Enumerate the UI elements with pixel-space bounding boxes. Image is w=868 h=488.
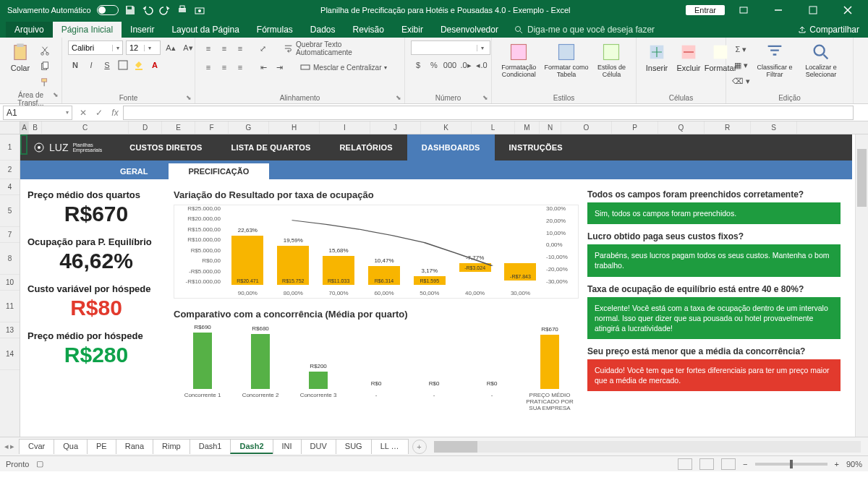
tab-home[interactable]: Página Inicial	[53, 22, 122, 38]
sheet-tab[interactable]: Qua	[54, 439, 88, 454]
fill-color-icon[interactable]	[132, 58, 146, 72]
subtab-precificacao[interactable]: PRECIFICAÇÃO	[169, 163, 270, 179]
enter-formula-icon[interactable]: ✓	[91, 108, 107, 118]
name-box[interactable]: A1▾	[3, 106, 72, 120]
col-header[interactable]: H	[269, 121, 320, 134]
col-header[interactable]: J	[370, 121, 421, 134]
print-icon[interactable]	[176, 4, 188, 16]
cancel-formula-icon[interactable]: ✕	[75, 108, 91, 118]
sheet-nav-next-icon[interactable]: ▸	[10, 442, 14, 451]
increase-decimal-icon[interactable]: .0▸	[459, 58, 473, 72]
italic-icon[interactable]: I	[84, 58, 98, 72]
nav-custos[interactable]: CUSTOS DIRETOS	[115, 134, 216, 160]
row-header[interactable]: 14	[0, 338, 20, 370]
horizontal-scrollbar[interactable]	[434, 441, 861, 453]
view-page-layout-icon[interactable]	[699, 458, 714, 470]
col-header[interactable]: G	[229, 121, 269, 134]
select-all-button[interactable]	[0, 121, 20, 134]
find-select-button[interactable]: Localizar e Selecionar	[799, 40, 843, 80]
align-bottom-icon[interactable]: ≡	[233, 41, 247, 56]
percent-icon[interactable]: %	[427, 58, 441, 72]
align-top-icon[interactable]: ≡	[201, 41, 216, 56]
autosave-toggle[interactable]	[97, 5, 119, 15]
sheet-tab[interactable]: Dash1	[190, 439, 231, 454]
cut-icon[interactable]	[38, 43, 52, 58]
col-header[interactable]: P	[612, 121, 658, 134]
row-header[interactable]: 7	[0, 227, 20, 243]
currency-icon[interactable]: $	[411, 58, 425, 72]
fx-icon[interactable]: fx	[107, 108, 123, 118]
dialog-launcher-icon[interactable]: ⬊	[186, 94, 192, 101]
indent-increase-icon[interactable]: ⇥	[272, 60, 286, 74]
col-header[interactable]: O	[561, 121, 612, 134]
bold-icon[interactable]: N	[68, 58, 82, 72]
row-header[interactable]: 5	[0, 195, 20, 227]
delete-cells-button[interactable]: Excluir	[674, 40, 703, 74]
tab-developer[interactable]: Desenvolvedor	[432, 22, 507, 38]
row-header[interactable]: 8	[0, 243, 20, 275]
insert-cells-button[interactable]: Inserir	[642, 40, 671, 74]
sheet-tab[interactable]: PE	[87, 439, 116, 454]
ribbon-display-icon[interactable]	[728, 0, 760, 20]
worksheet-grid[interactable]: ABCDEFGHIJKLMNOPQRS 12457810111314 LUZPl…	[0, 121, 868, 437]
underline-icon[interactable]: S	[100, 58, 114, 72]
share-button[interactable]: Compartilhar	[789, 22, 868, 38]
row-header[interactable]: 11	[0, 291, 20, 322]
nav-relatorios[interactable]: RELATÓRIOS	[325, 134, 407, 160]
col-header[interactable]: K	[421, 121, 472, 134]
col-header[interactable]: N	[540, 121, 561, 134]
col-header[interactable]: A	[20, 121, 29, 134]
format-painter-icon[interactable]	[38, 75, 52, 90]
font-size-combo[interactable]: ▾	[126, 40, 161, 55]
border-icon[interactable]	[116, 58, 130, 72]
nav-quartos[interactable]: LISTA DE QUARTOS	[217, 134, 326, 160]
col-header[interactable]: F	[195, 121, 229, 134]
zoom-level[interactable]: 90%	[846, 460, 862, 468]
vertical-scrollbar[interactable]	[855, 134, 868, 437]
add-sheet-button[interactable]: +	[412, 440, 427, 454]
font-name-combo[interactable]: ▾	[68, 40, 123, 55]
sheet-tab[interactable]: LL …	[371, 439, 409, 454]
row-headers[interactable]: 12457810111314	[0, 121, 20, 437]
save-icon[interactable]	[124, 4, 136, 16]
tab-file[interactable]: Arquivo	[6, 22, 53, 38]
sheet-nav-prev-icon[interactable]: ◂	[4, 442, 9, 451]
col-header[interactable]: Q	[658, 121, 705, 134]
tab-view[interactable]: Exibir	[393, 22, 432, 38]
signin-button[interactable]: Entrar	[686, 5, 725, 15]
row-header[interactable]: 4	[0, 179, 20, 195]
column-headers[interactable]: ABCDEFGHIJKLMNOPQRS	[20, 121, 868, 134]
cell-styles-button[interactable]: Estilos de Célula	[593, 40, 630, 80]
col-header[interactable]: L	[472, 121, 515, 134]
wrap-text-button[interactable]: Quebrar Texto Automaticamente	[278, 40, 399, 56]
format-table-button[interactable]: Formatar como Tabela	[542, 40, 590, 80]
formula-input[interactable]	[123, 106, 854, 120]
tab-layout[interactable]: Layout da Página	[163, 22, 247, 38]
row-header[interactable]: 13	[0, 322, 20, 338]
decrease-decimal-icon[interactable]: ◂.0	[475, 58, 489, 72]
shrink-font-icon[interactable]: A▾	[181, 40, 195, 55]
align-left-icon[interactable]: ≡	[201, 60, 216, 74]
paste-button[interactable]: Colar	[6, 40, 35, 74]
copy-icon[interactable]	[38, 59, 52, 74]
sheet-tab[interactable]: SUG	[336, 439, 372, 454]
col-header[interactable]: B	[29, 121, 42, 134]
align-middle-icon[interactable]: ≡	[217, 41, 231, 56]
align-center-icon[interactable]: ≡	[217, 60, 231, 74]
orientation-icon[interactable]: ⤢	[256, 41, 270, 56]
clear-icon[interactable]: ⌫ ▾	[732, 74, 750, 88]
indent-decrease-icon[interactable]: ⇤	[256, 60, 271, 74]
sheet-tab[interactable]: Rana	[116, 439, 153, 454]
sheet-tab[interactable]: INI	[273, 439, 302, 454]
merge-center-button[interactable]: Mesclar e Centralizar▾	[295, 59, 392, 75]
tellme-search[interactable]: Diga-me o que você deseja fazer	[507, 22, 662, 38]
dialog-launcher-icon[interactable]: ⬊	[482, 94, 488, 101]
font-color-icon[interactable]: A	[148, 58, 162, 72]
sheet-tab[interactable]: Rimp	[153, 439, 190, 454]
row-header[interactable]: 2	[0, 160, 20, 179]
fill-icon[interactable]: ▦ ▾	[732, 58, 750, 72]
maximize-icon[interactable]	[797, 0, 829, 20]
camera-icon[interactable]	[194, 4, 205, 16]
tab-data[interactable]: Dados	[302, 22, 344, 38]
undo-icon[interactable]	[142, 4, 153, 16]
